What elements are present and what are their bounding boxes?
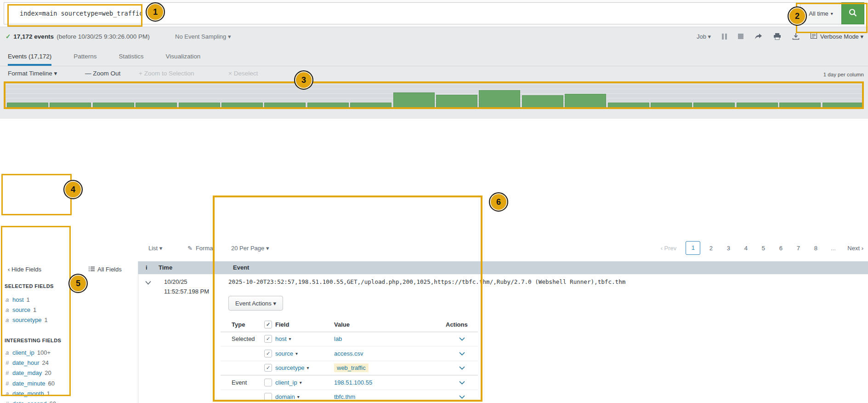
field-name-sourcetype[interactable]: sourcetype▾ xyxy=(275,364,334,371)
field-value-host[interactable]: lab xyxy=(334,335,446,342)
actions-chevron-icon[interactable] xyxy=(459,350,465,357)
job-dropdown[interactable]: Job ▾ xyxy=(697,33,711,40)
per-page-dropdown[interactable]: 20 Per Page ▾ xyxy=(231,245,269,252)
field-link-date_minute[interactable]: date_minute xyxy=(12,380,45,387)
field-name-domain[interactable]: domain▾ xyxy=(275,393,334,400)
page-1-current[interactable]: 1 xyxy=(686,241,700,255)
field-value-client_ip[interactable]: 198.51.100.55 xyxy=(334,379,446,386)
field-actions-domain[interactable] xyxy=(446,393,478,400)
zoom-out-button[interactable]: — Zoom Out xyxy=(85,67,120,81)
field-link-host[interactable]: host xyxy=(12,296,24,303)
field-item-date_mday: #date_mday20 xyxy=(6,368,134,378)
timeline-bar-11[interactable] xyxy=(436,95,477,107)
timeline-bar-15[interactable] xyxy=(608,103,649,107)
search-button[interactable] xyxy=(841,2,864,24)
page-2-button[interactable]: 2 xyxy=(702,245,720,252)
tab-events[interactable]: Events (17,172) xyxy=(8,46,51,66)
deselect-button[interactable]: × Deselect xyxy=(228,67,258,81)
event-expand-chevron-icon[interactable] xyxy=(145,279,151,286)
timeline-bar-1[interactable] xyxy=(7,103,48,107)
stop-icon[interactable] xyxy=(738,34,743,39)
field-actions-host[interactable] xyxy=(446,335,478,342)
verbose-mode-dropdown[interactable]: Verbose Mode ▾ xyxy=(811,33,863,40)
select-all-checkbox[interactable]: ✓ xyxy=(264,321,272,328)
page-7-button[interactable]: 7 xyxy=(789,245,807,252)
timeline-bar-6[interactable] xyxy=(221,103,263,107)
timeline-bar-18[interactable] xyxy=(737,103,778,107)
timeline-bar-9[interactable] xyxy=(350,103,391,107)
field-link-client_ip[interactable]: client_ip xyxy=(12,349,34,356)
checkbox-sourcetype[interactable]: ✓ xyxy=(264,364,272,372)
timeline-bar-3[interactable] xyxy=(93,103,134,107)
search-input[interactable]: index=main sourcetype=web_traffic xyxy=(4,2,800,24)
actions-chevron-icon[interactable] xyxy=(459,379,465,386)
actions-chevron-icon[interactable] xyxy=(459,335,465,342)
field-link-date_hour[interactable]: date_hour xyxy=(12,359,40,366)
timeline-bar-8[interactable] xyxy=(307,103,349,107)
timeline-bar-20[interactable] xyxy=(823,103,862,107)
field-type-prefix: a xyxy=(6,349,10,356)
timeline-bar-16[interactable] xyxy=(651,103,692,107)
prev-page-button[interactable]: ‹ Prev xyxy=(661,245,677,252)
actions-chevron-icon[interactable] xyxy=(459,364,465,371)
field-value-sourcetype[interactable]: web_traffic xyxy=(334,364,446,371)
page-5-button[interactable]: 5 xyxy=(755,245,772,252)
field-link-sourcetype[interactable]: sourcetype xyxy=(12,317,42,323)
checkbox-client_ip[interactable] xyxy=(264,379,272,386)
next-page-button[interactable]: Next › xyxy=(847,245,863,252)
field-link-date_mday[interactable]: date_mday xyxy=(12,369,42,376)
timeline-bar-5[interactable] xyxy=(179,103,220,107)
field-name-host[interactable]: host▾ xyxy=(275,335,334,342)
event-sampling-dropdown[interactable]: No Event Sampling ▾ xyxy=(175,27,231,46)
timeline-bar-7[interactable] xyxy=(264,103,306,107)
event-actions-button[interactable]: Event Actions ▾ xyxy=(228,296,283,311)
page-4-button[interactable]: 4 xyxy=(737,245,755,252)
tab-visualization[interactable]: Visualization xyxy=(166,46,201,66)
tab-statistics[interactable]: Statistics xyxy=(119,46,144,66)
field-actions-sourcetype[interactable] xyxy=(446,364,478,371)
field-link-date_month[interactable]: date_month xyxy=(12,390,44,397)
timeline-bar-17[interactable] xyxy=(693,103,735,107)
format-timeline-dropdown[interactable]: Format Timeline ▾ xyxy=(8,67,57,81)
field-link-source[interactable]: source xyxy=(12,306,30,313)
field-name-source[interactable]: source▾ xyxy=(275,350,334,357)
col-event: Event xyxy=(233,261,249,274)
timeline-bar-10[interactable] xyxy=(393,92,435,107)
col-time[interactable]: Time xyxy=(159,261,172,274)
format-button[interactable]: ✎ Format xyxy=(187,245,215,252)
checkbox-domain[interactable] xyxy=(264,393,272,401)
timeline-bar-12[interactable] xyxy=(479,90,520,107)
zoom-to-selection-button[interactable]: + Zoom to Selection xyxy=(139,67,194,81)
timeline-bar-14[interactable] xyxy=(565,94,606,107)
share-icon[interactable] xyxy=(755,33,762,40)
field-actions-source[interactable] xyxy=(446,350,478,357)
hide-fields-link[interactable]: ‹ Hide Fields xyxy=(8,265,41,273)
list-view-dropdown[interactable]: List ▾ xyxy=(148,245,162,252)
time-range-picker[interactable]: All time ▾ xyxy=(800,2,842,24)
all-fields-link[interactable]: All Fields xyxy=(89,265,122,273)
timeline-bar-13[interactable] xyxy=(522,95,563,107)
field-value-source[interactable]: access.csv xyxy=(334,350,446,357)
field-row-checkbox-cell: ✓ xyxy=(264,364,275,372)
page-6-button[interactable]: 6 xyxy=(772,245,789,252)
pause-icon[interactable] xyxy=(722,34,727,40)
download-icon[interactable] xyxy=(792,33,800,40)
checkbox-source[interactable]: ✓ xyxy=(264,350,272,357)
page-3-button[interactable]: 3 xyxy=(720,245,737,252)
field-value-domain[interactable]: tbfc.thm xyxy=(334,393,446,400)
highlighted-value: web_traffic xyxy=(334,363,369,372)
field-link-date_second[interactable]: date_second xyxy=(12,400,46,403)
checkbox-host[interactable]: ✓ xyxy=(264,335,272,343)
field-name-client_ip[interactable]: client_ip▾ xyxy=(275,379,334,386)
timeline-bar-4[interactable] xyxy=(136,103,177,107)
timeline-bar-2[interactable] xyxy=(50,103,91,107)
actions-chevron-icon[interactable] xyxy=(459,393,465,400)
field-actions-client_ip[interactable] xyxy=(446,379,478,386)
tab-patterns[interactable]: Patterns xyxy=(74,46,96,66)
timeline-bar-19[interactable] xyxy=(779,103,821,107)
event-raw-text[interactable]: 2025-10-20T23:52:57,198.51.100.55,GET,/u… xyxy=(228,278,651,285)
print-icon[interactable] xyxy=(773,33,781,40)
chevron-down-icon: ▾ xyxy=(295,351,298,356)
timeline-histogram[interactable] xyxy=(6,83,862,107)
page-8-button[interactable]: 8 xyxy=(807,245,824,252)
